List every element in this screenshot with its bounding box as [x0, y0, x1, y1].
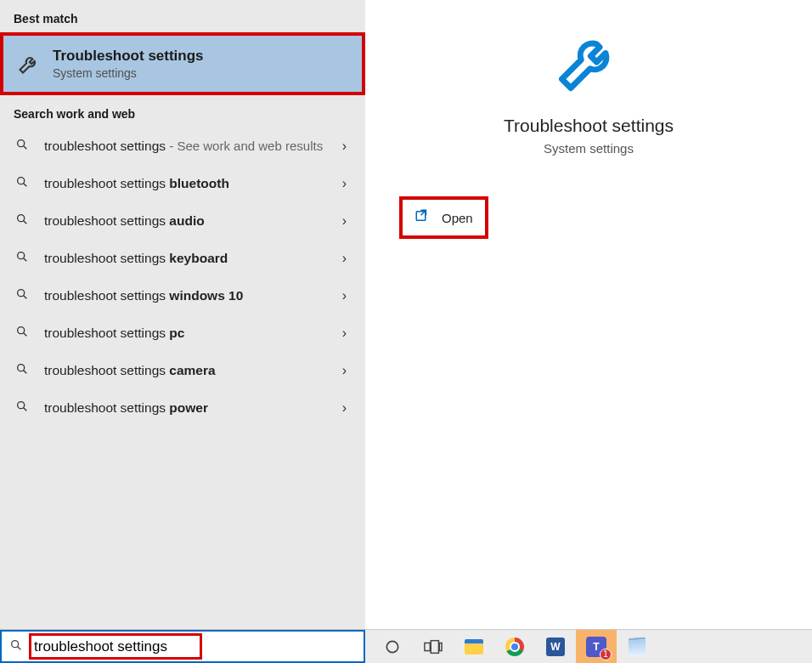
search-icon [2, 638, 31, 655]
chevron-right-icon: › [342, 400, 352, 416]
word-icon: W [546, 638, 565, 656]
wrench-icon [17, 52, 41, 76]
search-icon [15, 362, 34, 379]
suggestion-list: troubleshoot settings - See work and web… [0, 128, 365, 427]
open-label: Open [442, 211, 473, 225]
search-icon [15, 212, 34, 230]
chevron-right-icon: › [342, 251, 352, 266]
open-button[interactable]: Open [399, 196, 488, 239]
notification-badge: 1 [600, 649, 612, 660]
sticky-notes-button[interactable] [617, 630, 657, 664]
suggestion-item[interactable]: troubleshoot settings audio› [0, 202, 365, 240]
preview-panel: Troubleshoot settings System settings Op… [365, 0, 812, 629]
word-button[interactable]: W [535, 630, 576, 664]
svg-point-1 [18, 178, 25, 184]
best-match-subtitle: System settings [53, 66, 204, 80]
start-menu-search: Best match Troubleshoot settings System … [0, 0, 812, 629]
svg-point-10 [386, 641, 398, 652]
chevron-right-icon: › [342, 176, 352, 191]
svg-rect-12 [431, 640, 438, 653]
search-icon [15, 138, 34, 155]
chevron-right-icon: › [342, 363, 352, 378]
svg-point-6 [18, 365, 25, 371]
open-icon [414, 208, 430, 227]
suggestion-text: troubleshoot settings windows 10 [44, 288, 342, 303]
suggestion-item[interactable]: troubleshoot settings keyboard› [0, 240, 365, 277]
teams-button[interactable]: T 1 [576, 630, 617, 664]
task-view-button[interactable] [413, 630, 454, 664]
svg-point-4 [18, 290, 25, 297]
suggestion-item[interactable]: troubleshoot settings pc› [0, 314, 365, 352]
suggestion-text: troubleshoot settings power [44, 400, 342, 416]
suggestion-text: troubleshoot settings audio [44, 213, 342, 229]
chrome-button[interactable] [494, 630, 535, 664]
chevron-right-icon: › [342, 288, 352, 303]
best-match-title: Troubleshoot settings [53, 48, 204, 65]
best-match-result[interactable]: Troubleshoot settings System settings [0, 32, 365, 95]
search-input[interactable] [31, 633, 364, 660]
results-panel: Best match Troubleshoot settings System … [0, 0, 365, 629]
svg-point-7 [18, 402, 25, 409]
best-match-header: Best match [0, 0, 365, 32]
suggestion-text: troubleshoot settings keyboard [44, 251, 342, 266]
svg-point-3 [18, 252, 25, 259]
chevron-right-icon: › [342, 139, 352, 154]
search-icon [15, 400, 34, 416]
preview-title: Troubleshoot settings [504, 116, 674, 136]
file-explorer-icon [465, 639, 483, 654]
svg-point-5 [18, 327, 25, 334]
preview-subtitle: System settings [544, 141, 634, 156]
search-icon [15, 250, 34, 267]
file-explorer-button[interactable] [454, 630, 494, 664]
suggestion-text: troubleshoot settings pc [44, 326, 342, 341]
sticky-notes-icon [629, 637, 646, 656]
suggestion-item[interactable]: troubleshoot settings - See work and web… [0, 128, 365, 165]
cortana-button[interactable] [372, 630, 413, 664]
search-icon [15, 325, 34, 342]
suggestion-item[interactable]: troubleshoot settings bluetooth› [0, 165, 365, 202]
chevron-right-icon: › [342, 213, 352, 229]
svg-point-9 [12, 640, 19, 647]
search-icon [15, 175, 34, 192]
actions: Open [365, 156, 812, 239]
suggestion-item[interactable]: troubleshoot settings camera› [0, 352, 365, 389]
suggestion-text: troubleshoot settings bluetooth [44, 176, 342, 191]
search-web-header: Search work and web [0, 95, 365, 128]
suggestion-item[interactable]: troubleshoot settings power› [0, 389, 365, 427]
chevron-right-icon: › [342, 326, 352, 341]
taskbar-apps: W T 1 [365, 630, 812, 663]
taskbar-search[interactable] [0, 630, 365, 663]
chrome-icon [505, 638, 524, 656]
best-match-text: Troubleshoot settings System settings [53, 48, 204, 80]
svg-point-2 [18, 215, 25, 222]
wrench-icon [553, 26, 624, 100]
taskbar: W T 1 [0, 629, 812, 663]
svg-point-0 [18, 140, 25, 147]
suggestion-text: troubleshoot settings - See work and web… [44, 139, 342, 154]
suggestion-item[interactable]: troubleshoot settings windows 10› [0, 277, 365, 314]
suggestion-text: troubleshoot settings camera [44, 363, 342, 378]
search-icon [15, 287, 34, 304]
svg-rect-13 [439, 643, 442, 650]
svg-rect-11 [425, 643, 430, 650]
